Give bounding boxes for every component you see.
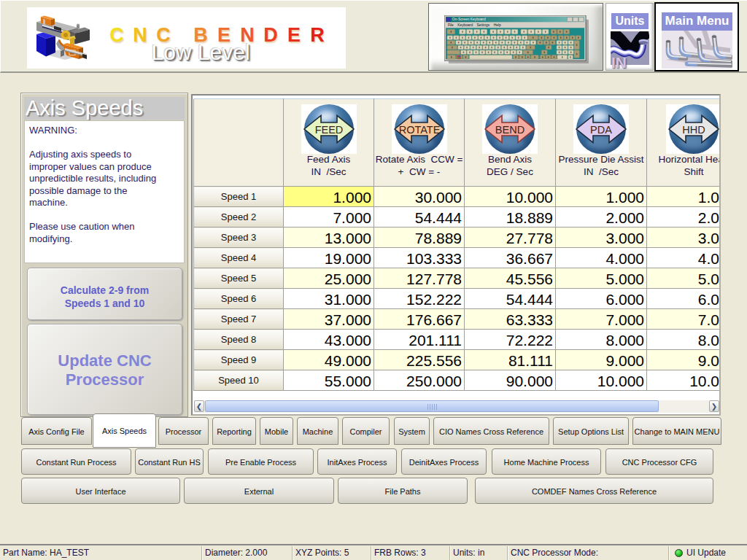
- svg-text:HHD: HHD: [682, 124, 705, 136]
- svg-text:FEED: FEED: [314, 124, 343, 136]
- svg-text:ROTATE: ROTATE: [398, 124, 440, 136]
- svg-text:On-Screen Keyboard: On-Screen Keyboard: [452, 18, 486, 22]
- svg-text:PDA: PDA: [590, 124, 612, 136]
- svg-text:File Keyboard Settings: File Keyboard Settings Help: [448, 23, 501, 27]
- svg-text:BEND: BEND: [495, 124, 525, 136]
